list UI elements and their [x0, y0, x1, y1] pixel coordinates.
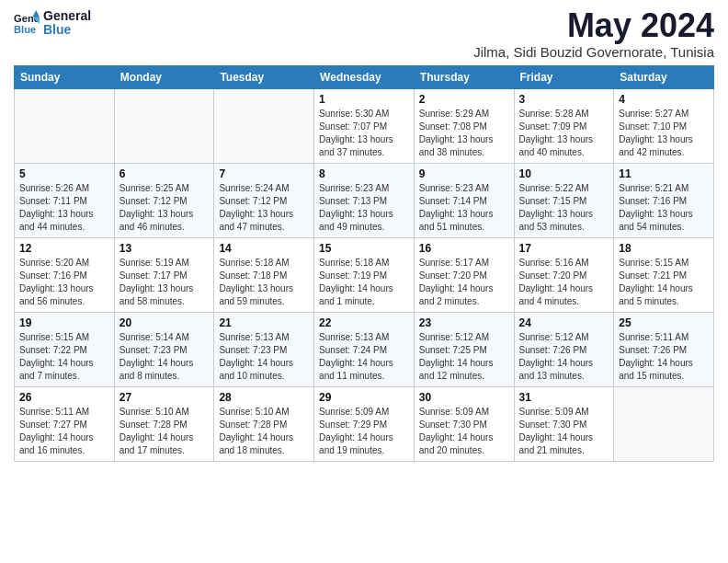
day-number: 1	[319, 93, 409, 106]
calendar-cell	[214, 89, 314, 164]
calendar-cell: 2Sunrise: 5:29 AM Sunset: 7:08 PM Daylig…	[414, 89, 514, 164]
col-sunday: Sunday	[15, 66, 115, 89]
logo-icon: General Blue	[14, 10, 40, 36]
day-number: 5	[19, 167, 109, 180]
calendar-cell: 13Sunrise: 5:19 AM Sunset: 7:17 PM Dayli…	[114, 238, 214, 313]
day-info: Sunrise: 5:14 AM Sunset: 7:23 PM Dayligh…	[119, 331, 210, 383]
day-number: 16	[419, 242, 509, 255]
calendar-cell: 25Sunrise: 5:11 AM Sunset: 7:26 PM Dayli…	[614, 313, 714, 387]
day-number: 23	[419, 316, 509, 329]
calendar-table: Sunday Monday Tuesday Wednesday Thursday…	[14, 65, 714, 462]
calendar-cell: 21Sunrise: 5:13 AM Sunset: 7:23 PM Dayli…	[214, 313, 314, 387]
calendar-week-4: 19Sunrise: 5:15 AM Sunset: 7:22 PM Dayli…	[15, 313, 714, 387]
calendar-cell: 9Sunrise: 5:23 AM Sunset: 7:14 PM Daylig…	[414, 164, 514, 238]
calendar-cell: 15Sunrise: 5:18 AM Sunset: 7:19 PM Dayli…	[314, 238, 415, 313]
day-number: 26	[19, 391, 109, 404]
calendar-cell: 23Sunrise: 5:12 AM Sunset: 7:25 PM Dayli…	[414, 313, 514, 387]
logo-general: General	[43, 9, 91, 23]
calendar-cell	[15, 89, 115, 164]
calendar-cell: 4Sunrise: 5:27 AM Sunset: 7:10 PM Daylig…	[614, 89, 714, 164]
col-monday: Monday	[114, 66, 214, 89]
day-number: 17	[519, 242, 609, 255]
calendar-cell: 12Sunrise: 5:20 AM Sunset: 7:16 PM Dayli…	[15, 238, 115, 313]
day-number: 12	[19, 242, 109, 255]
calendar-cell: 20Sunrise: 5:14 AM Sunset: 7:23 PM Dayli…	[114, 313, 214, 387]
day-info: Sunrise: 5:30 AM Sunset: 7:07 PM Dayligh…	[319, 108, 409, 159]
calendar-cell: 28Sunrise: 5:10 AM Sunset: 7:28 PM Dayli…	[214, 387, 314, 462]
day-number: 31	[519, 391, 609, 404]
day-info: Sunrise: 5:17 AM Sunset: 7:20 PM Dayligh…	[419, 257, 509, 308]
day-number: 4	[619, 93, 709, 106]
calendar-week-1: 1Sunrise: 5:30 AM Sunset: 7:07 PM Daylig…	[15, 89, 714, 164]
calendar-cell: 16Sunrise: 5:17 AM Sunset: 7:20 PM Dayli…	[414, 238, 514, 313]
calendar-cell: 29Sunrise: 5:09 AM Sunset: 7:29 PM Dayli…	[314, 387, 415, 462]
day-info: Sunrise: 5:09 AM Sunset: 7:30 PM Dayligh…	[519, 406, 609, 457]
day-number: 7	[219, 167, 309, 180]
day-number: 14	[219, 242, 309, 255]
calendar-cell	[614, 387, 714, 462]
calendar-cell: 11Sunrise: 5:21 AM Sunset: 7:16 PM Dayli…	[614, 164, 714, 238]
calendar-cell: 10Sunrise: 5:22 AM Sunset: 7:15 PM Dayli…	[514, 164, 614, 238]
day-info: Sunrise: 5:24 AM Sunset: 7:12 PM Dayligh…	[219, 182, 309, 234]
month-title: May 2024	[473, 9, 714, 42]
calendar-cell: 6Sunrise: 5:25 AM Sunset: 7:12 PM Daylig…	[114, 164, 214, 238]
day-info: Sunrise: 5:12 AM Sunset: 7:26 PM Dayligh…	[519, 331, 609, 383]
day-info: Sunrise: 5:29 AM Sunset: 7:08 PM Dayligh…	[419, 108, 509, 159]
calendar-cell: 27Sunrise: 5:10 AM Sunset: 7:28 PM Dayli…	[114, 387, 214, 462]
day-number: 30	[419, 391, 509, 404]
col-wednesday: Wednesday	[314, 66, 415, 89]
calendar-header-row: Sunday Monday Tuesday Wednesday Thursday…	[15, 66, 714, 89]
day-info: Sunrise: 5:18 AM Sunset: 7:18 PM Dayligh…	[219, 257, 309, 308]
day-number: 3	[519, 93, 609, 106]
day-info: Sunrise: 5:11 AM Sunset: 7:27 PM Dayligh…	[19, 406, 109, 457]
day-number: 2	[419, 93, 509, 106]
calendar-cell: 1Sunrise: 5:30 AM Sunset: 7:07 PM Daylig…	[314, 89, 415, 164]
day-number: 11	[619, 167, 709, 180]
day-info: Sunrise: 5:10 AM Sunset: 7:28 PM Dayligh…	[119, 406, 210, 457]
calendar-cell	[114, 89, 214, 164]
calendar-cell: 31Sunrise: 5:09 AM Sunset: 7:30 PM Dayli…	[514, 387, 614, 462]
day-info: Sunrise: 5:23 AM Sunset: 7:13 PM Dayligh…	[319, 182, 409, 234]
calendar-week-5: 26Sunrise: 5:11 AM Sunset: 7:27 PM Dayli…	[15, 387, 714, 462]
calendar-cell: 19Sunrise: 5:15 AM Sunset: 7:22 PM Dayli…	[15, 313, 115, 387]
day-info: Sunrise: 5:28 AM Sunset: 7:09 PM Dayligh…	[519, 108, 609, 159]
day-info: Sunrise: 5:18 AM Sunset: 7:19 PM Dayligh…	[319, 257, 409, 308]
day-info: Sunrise: 5:09 AM Sunset: 7:30 PM Dayligh…	[419, 406, 509, 457]
day-info: Sunrise: 5:13 AM Sunset: 7:24 PM Dayligh…	[319, 331, 409, 383]
day-number: 29	[319, 391, 409, 404]
calendar-cell: 14Sunrise: 5:18 AM Sunset: 7:18 PM Dayli…	[214, 238, 314, 313]
calendar-cell: 7Sunrise: 5:24 AM Sunset: 7:12 PM Daylig…	[214, 164, 314, 238]
col-friday: Friday	[514, 66, 614, 89]
calendar-cell: 26Sunrise: 5:11 AM Sunset: 7:27 PM Dayli…	[15, 387, 115, 462]
day-info: Sunrise: 5:20 AM Sunset: 7:16 PM Dayligh…	[19, 257, 109, 308]
day-info: Sunrise: 5:21 AM Sunset: 7:16 PM Dayligh…	[619, 182, 709, 234]
day-info: Sunrise: 5:26 AM Sunset: 7:11 PM Dayligh…	[19, 182, 109, 234]
title-block: May 2024 Jilma, Sidi Bouzid Governorate,…	[473, 9, 714, 60]
day-number: 9	[419, 167, 509, 180]
page-container: General Blue General Blue May 2024 Jilma…	[0, 0, 728, 471]
day-number: 6	[119, 167, 210, 180]
calendar-cell: 30Sunrise: 5:09 AM Sunset: 7:30 PM Dayli…	[414, 387, 514, 462]
calendar-cell: 5Sunrise: 5:26 AM Sunset: 7:11 PM Daylig…	[15, 164, 115, 238]
calendar-cell: 18Sunrise: 5:15 AM Sunset: 7:21 PM Dayli…	[614, 238, 714, 313]
day-number: 25	[619, 316, 709, 329]
day-info: Sunrise: 5:25 AM Sunset: 7:12 PM Dayligh…	[119, 182, 210, 234]
day-number: 13	[119, 242, 210, 255]
day-number: 28	[219, 391, 309, 404]
day-info: Sunrise: 5:11 AM Sunset: 7:26 PM Dayligh…	[619, 331, 709, 383]
calendar-week-2: 5Sunrise: 5:26 AM Sunset: 7:11 PM Daylig…	[15, 164, 714, 238]
day-info: Sunrise: 5:15 AM Sunset: 7:21 PM Dayligh…	[619, 257, 709, 308]
subtitle: Jilma, Sidi Bouzid Governorate, Tunisia	[473, 44, 714, 60]
col-tuesday: Tuesday	[214, 66, 314, 89]
day-number: 10	[519, 167, 609, 180]
day-number: 27	[119, 391, 210, 404]
day-info: Sunrise: 5:27 AM Sunset: 7:10 PM Dayligh…	[619, 108, 709, 159]
day-number: 8	[319, 167, 409, 180]
day-info: Sunrise: 5:13 AM Sunset: 7:23 PM Dayligh…	[219, 331, 309, 383]
day-info: Sunrise: 5:16 AM Sunset: 7:20 PM Dayligh…	[519, 257, 609, 308]
calendar-cell: 22Sunrise: 5:13 AM Sunset: 7:24 PM Dayli…	[314, 313, 415, 387]
header: General Blue General Blue May 2024 Jilma…	[14, 9, 714, 60]
col-saturday: Saturday	[614, 66, 714, 89]
logo-blue: Blue	[43, 23, 91, 37]
day-number: 15	[319, 242, 409, 255]
